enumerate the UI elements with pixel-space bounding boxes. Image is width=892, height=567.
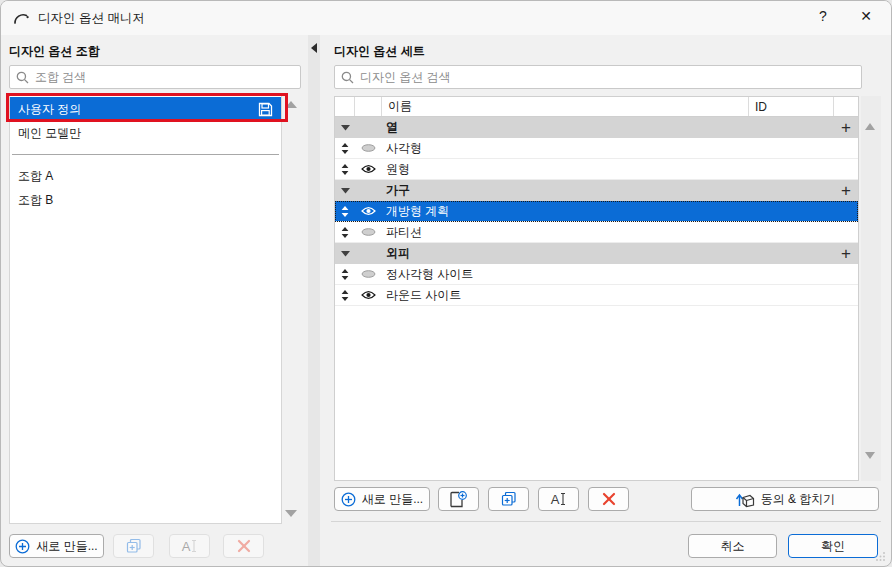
scroll-up-icon[interactable] bbox=[865, 123, 875, 130]
ok-button[interactable]: 확인 bbox=[788, 534, 878, 558]
option-name: 라운드 사이트 bbox=[382, 287, 749, 304]
cancel-label: 취소 bbox=[721, 538, 745, 555]
eye-closed-icon[interactable] bbox=[361, 270, 376, 278]
reorder-icon[interactable] bbox=[341, 164, 349, 175]
close-button[interactable]: ✕ bbox=[855, 8, 877, 24]
left-scroll-down-icon[interactable] bbox=[285, 510, 297, 517]
list-item-label: 조합 A bbox=[18, 168, 53, 185]
add-option-icon[interactable]: + bbox=[834, 245, 858, 262]
list-item-label: 메인 모델만 bbox=[18, 125, 81, 142]
combination-search-input[interactable] bbox=[35, 70, 294, 84]
window-title: 디자인 옵션 매니저 bbox=[38, 10, 145, 27]
add-option-icon[interactable]: + bbox=[834, 182, 858, 199]
panel-splitter[interactable] bbox=[308, 35, 320, 567]
new-option-set-button[interactable]: 새로 만들... bbox=[334, 487, 430, 511]
merge-into-model-icon bbox=[735, 491, 755, 508]
option-row-circle[interactable]: 원형 bbox=[335, 159, 858, 180]
ok-label: 확인 bbox=[821, 538, 845, 555]
dialog-surface: 디자인 옵션 매니저 ? ✕ 디자인 옵션 조합 사용자 정의 메인 모델만 조… bbox=[0, 0, 892, 567]
option-row-partition[interactable]: 파티션 bbox=[335, 222, 858, 243]
option-name: 개방형 계획 bbox=[382, 203, 749, 220]
resize-grip[interactable] bbox=[874, 549, 886, 561]
duplicate-icon bbox=[501, 491, 517, 507]
right-panel-title: 디자인 옵션 세트 bbox=[334, 43, 425, 60]
search-icon bbox=[341, 71, 354, 84]
reorder-icon[interactable] bbox=[341, 269, 349, 280]
scroll-down-icon[interactable] bbox=[865, 452, 875, 459]
duplicate-combination-button bbox=[113, 534, 154, 558]
eye-open-icon[interactable] bbox=[361, 290, 376, 300]
list-separator bbox=[12, 154, 279, 155]
combination-list[interactable]: 사용자 정의 메인 모델만 조합 A 조합 B bbox=[9, 94, 282, 524]
set-name: 열 bbox=[382, 119, 749, 136]
eye-open-icon[interactable] bbox=[361, 206, 376, 216]
delete-x-icon bbox=[237, 539, 251, 553]
new-option-in-set-button[interactable] bbox=[438, 487, 479, 511]
save-icon bbox=[258, 102, 273, 117]
rename-combination-button: A bbox=[169, 534, 210, 558]
eye-open-icon[interactable] bbox=[361, 164, 376, 174]
set-name: 가구 bbox=[382, 182, 749, 199]
list-item-main-model-only[interactable]: 메인 모델만 bbox=[10, 121, 281, 145]
rename-option-button[interactable]: A bbox=[538, 487, 579, 511]
column-name: 이름 bbox=[382, 97, 749, 116]
add-option-icon[interactable]: + bbox=[834, 119, 858, 136]
option-row-square-site[interactable]: 정사각형 사이트 bbox=[335, 264, 858, 285]
new-combination-label: 새로 만들... bbox=[36, 538, 97, 555]
set-row-furniture[interactable]: 가구 + bbox=[335, 180, 858, 201]
table-scrollbar[interactable] bbox=[861, 96, 881, 481]
set-row-columns[interactable]: 열 + bbox=[335, 117, 858, 138]
option-row-rectangle[interactable]: 사각형 bbox=[335, 138, 858, 159]
help-button[interactable]: ? bbox=[813, 8, 833, 24]
option-name: 사각형 bbox=[382, 140, 749, 157]
eye-closed-icon[interactable] bbox=[361, 228, 376, 236]
delete-combination-button bbox=[223, 534, 264, 558]
collapse-down-icon[interactable] bbox=[341, 251, 350, 257]
add-circle-icon bbox=[341, 492, 356, 507]
duplicate-option-button[interactable] bbox=[488, 487, 529, 511]
app-arc-icon bbox=[13, 11, 30, 26]
collapse-down-icon[interactable] bbox=[341, 188, 350, 194]
delete-x-icon bbox=[602, 492, 616, 506]
accept-merge-label: 동의 & 합치기 bbox=[761, 491, 836, 508]
new-combination-button[interactable]: 새로 만들... bbox=[9, 534, 104, 558]
list-item-combination-a[interactable]: 조합 A bbox=[10, 164, 281, 188]
design-options-manager-dialog: 디자인 옵션 매니저 ? ✕ 디자인 옵션 조합 사용자 정의 메인 모델만 조… bbox=[0, 0, 892, 567]
left-scroll-up-icon[interactable] bbox=[285, 101, 297, 108]
add-circle-icon bbox=[15, 539, 30, 554]
reorder-icon[interactable] bbox=[341, 227, 349, 238]
list-item-label: 조합 B bbox=[18, 192, 53, 209]
search-icon bbox=[16, 71, 29, 84]
list-item-combination-b[interactable]: 조합 B bbox=[10, 188, 281, 212]
cancel-button[interactable]: 취소 bbox=[688, 534, 777, 558]
collapse-down-icon[interactable] bbox=[341, 125, 350, 131]
left-panel-title: 디자인 옵션 조합 bbox=[9, 43, 100, 60]
option-name: 파티션 bbox=[382, 224, 749, 241]
option-search-field[interactable] bbox=[334, 65, 862, 89]
combination-search-field[interactable] bbox=[9, 65, 301, 89]
option-name: 정사각형 사이트 bbox=[382, 266, 749, 283]
accept-merge-button[interactable]: 동의 & 합치기 bbox=[691, 487, 879, 511]
eye-closed-icon[interactable] bbox=[361, 144, 376, 152]
delete-option-button[interactable] bbox=[588, 487, 629, 511]
footer-separator bbox=[331, 521, 881, 522]
collapse-left-icon[interactable] bbox=[311, 43, 317, 53]
reorder-icon[interactable] bbox=[341, 143, 349, 154]
option-row-open-plan-selected[interactable]: 개방형 계획 bbox=[335, 201, 858, 222]
option-sets-table[interactable]: 이름 ID 열 + 사각형 원형 가구 bbox=[334, 96, 859, 481]
set-name: 외피 bbox=[382, 245, 749, 262]
set-row-shell[interactable]: 외피 + bbox=[335, 243, 858, 264]
option-name: 원형 bbox=[382, 161, 749, 178]
list-item-label: 사용자 정의 bbox=[18, 101, 81, 118]
page-add-icon bbox=[449, 491, 468, 508]
title-bar[interactable]: 디자인 옵션 매니저 ? ✕ bbox=[1, 1, 891, 35]
option-search-input[interactable] bbox=[360, 70, 855, 84]
reorder-icon[interactable] bbox=[341, 290, 349, 301]
rename-icon: A bbox=[182, 539, 198, 554]
column-id: ID bbox=[749, 97, 834, 116]
reorder-icon[interactable] bbox=[341, 206, 349, 217]
option-row-round-site[interactable]: 라운드 사이트 bbox=[335, 285, 858, 306]
duplicate-icon bbox=[126, 538, 142, 554]
list-item-user-defined[interactable]: 사용자 정의 bbox=[10, 97, 281, 121]
rename-icon: A bbox=[551, 492, 567, 507]
